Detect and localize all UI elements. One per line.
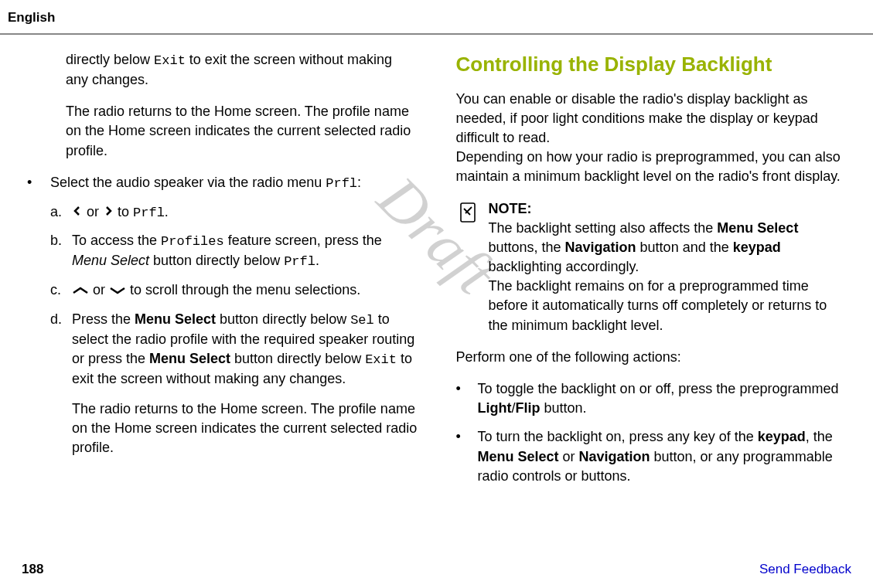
note-icon: [456, 199, 489, 335]
step-c: c. or to scroll through the menu selecti…: [50, 280, 418, 301]
page-number: 188: [22, 560, 43, 579]
bullet-select-speaker: • Select the audio speaker via the radio…: [27, 173, 418, 480]
para-backlight-2: Depending on how your radio is preprogra…: [456, 148, 847, 186]
para-return-home-1: The radio returns to the Home screen. Th…: [66, 102, 418, 161]
note-title: NOTE:: [489, 199, 847, 219]
note-block: NOTE: The backlight setting also affects…: [456, 199, 847, 335]
footer: 188 Send Feedback: [0, 560, 873, 579]
left-arrow-icon: [72, 202, 83, 222]
down-chevron-icon: [109, 281, 126, 301]
up-chevron-icon: [72, 281, 89, 301]
content: directly below Exit to exit the screen w…: [0, 50, 873, 495]
bullet-dot: •: [27, 173, 50, 480]
left-column: directly below Exit to exit the screen w…: [8, 50, 437, 495]
step-a: a. or to Prfl.: [50, 202, 418, 223]
mono-exit: Exit: [154, 53, 186, 68]
action-2: • To turn the backlight on, press any ke…: [456, 427, 847, 486]
note-text-2: The backlight remains on for a preprogra…: [489, 277, 847, 335]
para-return-home-2: The radio returns to the Home screen. Th…: [72, 399, 418, 458]
mono-prfl: Prfl: [326, 176, 357, 191]
language-label: English: [8, 10, 55, 25]
step-b: b. To access the Profiles feature screen…: [50, 231, 418, 271]
action-1: • To toggle the backlight on or off, pre…: [456, 379, 847, 418]
section-heading: Controlling the Display Backlight: [456, 50, 847, 78]
note-text-1: The backlight setting also affects the M…: [489, 219, 847, 277]
page-header: English: [0, 0, 873, 35]
para-backlight-1: You can enable or disable the radio's di…: [456, 90, 847, 148]
right-column: Controlling the Display Backlight You ca…: [437, 50, 866, 495]
right-arrow-icon: [103, 202, 114, 222]
para-continue: directly below Exit to exit the screen w…: [66, 50, 418, 90]
step-d: d. Press the Menu Select button directly…: [50, 310, 418, 471]
send-feedback-link[interactable]: Send Feedback: [759, 560, 851, 579]
perform-text: Perform one of the following actions:: [456, 348, 847, 367]
sub-list: a. or to Prfl. b. To access the Profiles…: [50, 202, 418, 471]
